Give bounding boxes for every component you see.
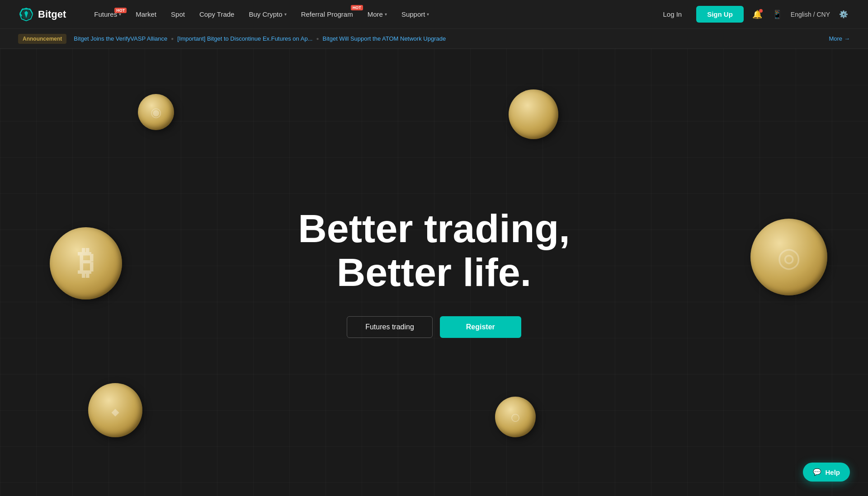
announcement-badge: Announcement bbox=[18, 34, 66, 44]
nav-item-spot[interactable]: Spot bbox=[165, 7, 191, 22]
hero-title: Better trading, Better life. bbox=[298, 207, 570, 295]
logo[interactable]: Bitget bbox=[18, 6, 66, 23]
hero-buttons: Futures trading Register bbox=[298, 316, 570, 338]
hero-section: Better trading, Better life. Futures tra… bbox=[0, 49, 868, 496]
announcement-link-1[interactable]: Bitget Joins the VerifyVASP Alliance bbox=[74, 35, 167, 42]
navbar: Bitget Futures HOT ▾ Market Spot Copy Tr… bbox=[0, 0, 868, 29]
nav-right: Log In Sign Up 🔔 📱 English / CNY ⚙️ bbox=[656, 6, 850, 23]
language-selector[interactable]: English / CNY bbox=[791, 11, 830, 18]
announcement-link-2[interactable]: [Important] Bitget to Discontinue Ex.Fut… bbox=[177, 35, 312, 42]
nav-item-referral[interactable]: Referral Program HOT bbox=[295, 7, 359, 22]
announcement-link-3[interactable]: Bitget Will Support the ATOM Network Upg… bbox=[323, 35, 446, 42]
notification-dot bbox=[759, 9, 763, 13]
help-button[interactable]: 💬 Help bbox=[803, 463, 850, 482]
register-button[interactable]: Register bbox=[440, 316, 521, 338]
chevron-down-icon-2: ▾ bbox=[284, 12, 287, 17]
arrow-right-icon: → bbox=[844, 35, 850, 42]
coin-bottom-right bbox=[495, 397, 536, 437]
coin-ethereum bbox=[88, 383, 142, 437]
nav-item-copy-trade[interactable]: Copy Trade bbox=[193, 7, 241, 22]
announcement-more-link[interactable]: More → bbox=[829, 35, 850, 42]
nav-item-market[interactable]: Market bbox=[129, 7, 163, 22]
signup-button[interactable]: Sign Up bbox=[696, 6, 744, 23]
logo-text: Bitget bbox=[38, 9, 66, 20]
coin-top-right bbox=[509, 89, 558, 139]
nav-item-support[interactable]: Support ▾ bbox=[395, 7, 436, 22]
mobile-icon[interactable]: 📱 bbox=[771, 8, 783, 21]
announcement-items: Bitget Joins the VerifyVASP Alliance ● [… bbox=[74, 35, 821, 42]
announcement-separator-1: ● bbox=[171, 36, 174, 41]
futures-trading-button[interactable]: Futures trading bbox=[347, 316, 433, 338]
announcement-bar: Announcement Bitget Joins the VerifyVASP… bbox=[0, 29, 868, 49]
chevron-down-icon-4: ▾ bbox=[427, 12, 429, 17]
coin-top-left bbox=[138, 94, 174, 130]
notification-bell-icon[interactable]: 🔔 bbox=[751, 8, 764, 21]
nav-links: Futures HOT ▾ Market Spot Copy Trade Buy… bbox=[88, 7, 656, 22]
settings-icon[interactable]: ⚙️ bbox=[837, 8, 850, 21]
help-chat-icon: 💬 bbox=[813, 468, 821, 476]
hero-content: Better trading, Better life. Futures tra… bbox=[298, 207, 570, 338]
coin-bitcoin bbox=[50, 227, 122, 299]
nav-item-more[interactable]: More ▾ bbox=[361, 7, 393, 22]
announcement-separator-2: ● bbox=[316, 36, 319, 41]
chevron-down-icon-3: ▾ bbox=[385, 12, 387, 17]
nav-item-futures[interactable]: Futures HOT ▾ bbox=[88, 7, 127, 22]
nav-item-buy-crypto[interactable]: Buy Crypto ▾ bbox=[242, 7, 292, 22]
login-button[interactable]: Log In bbox=[656, 7, 689, 22]
coin-right-large bbox=[750, 219, 827, 295]
hot-badge-futures: HOT bbox=[114, 8, 127, 13]
